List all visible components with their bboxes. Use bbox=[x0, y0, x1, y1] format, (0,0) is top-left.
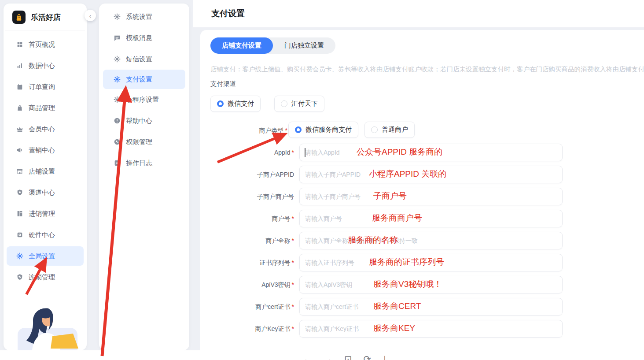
required-marker: * bbox=[292, 237, 294, 244]
submenu-item-template-messages[interactable]: 模板消息 bbox=[103, 27, 185, 48]
merchant-cert-input[interactable] bbox=[299, 298, 563, 315]
gear-icon bbox=[114, 76, 121, 83]
sidebar-item-channel-center[interactable]: 渠道中心 bbox=[7, 182, 84, 203]
submenu-item-system-settings[interactable]: 系统设置 bbox=[103, 6, 185, 27]
settings-submenu: 系统设置 模板消息 短信设置 支付设置 小程序设置 帮助中心 权限管理 操作日志 bbox=[99, 4, 189, 350]
viewer-toolbar: ← → ⊡ ⟳ ⤓ bbox=[303, 354, 387, 360]
sidebar-item-home-overview[interactable]: 首页概况 bbox=[7, 34, 84, 55]
megaphone-icon bbox=[16, 147, 23, 154]
chain-shield-icon bbox=[16, 274, 23, 281]
radio-unselected-icon bbox=[371, 126, 378, 133]
sidebar-item-member-center[interactable]: 会员中心 bbox=[7, 119, 84, 140]
primary-nav: 首页概况 数据中心 订单查询 商品管理 会员中心 营销中心 店铺设置 渠道中心 … bbox=[4, 30, 87, 288]
field-label-sub-merchant-id: 子商户商户号* bbox=[200, 188, 294, 205]
bag-icon bbox=[16, 104, 23, 111]
field-label-merchant-cert: 商户cert证书* bbox=[200, 298, 294, 315]
sidebar-collapse-button[interactable]: ‹ bbox=[85, 10, 96, 21]
field-label-apiv3-key: ApiV3密钥* bbox=[200, 276, 294, 293]
submenu-item-permission-management[interactable]: 权限管理 bbox=[103, 131, 185, 152]
apiv3-key-input[interactable] bbox=[299, 276, 563, 293]
help-icon bbox=[114, 117, 121, 124]
merchant-key-cert-input[interactable] bbox=[299, 320, 563, 338]
rotate-icon[interactable]: ⟳ bbox=[364, 354, 372, 360]
brand-logo bbox=[12, 11, 26, 24]
field-row-appid: 公众号APPID 服务商的 bbox=[299, 144, 563, 161]
merchant-full-name-input[interactable] bbox=[299, 232, 563, 249]
field-label-merchant-id: 商户号* bbox=[200, 210, 294, 227]
gear-icon bbox=[16, 252, 23, 260]
message-icon bbox=[114, 34, 121, 41]
sidebar-item-global-settings[interactable]: 全局设置 bbox=[7, 246, 84, 266]
submenu-item-miniprogram-settings[interactable]: 小程序设置 bbox=[103, 89, 185, 110]
required-marker: * bbox=[292, 215, 294, 222]
prev-arrow-icon[interactable]: ← bbox=[303, 354, 312, 360]
submenu-item-sms-settings[interactable]: 短信设置 bbox=[103, 48, 185, 70]
payment-channel-label: 支付渠道 bbox=[210, 80, 236, 88]
sub-merchant-id-input[interactable] bbox=[299, 188, 563, 205]
field-row-merchant-id: 服务商商户号 bbox=[299, 210, 563, 227]
store-icon bbox=[16, 168, 23, 175]
tab-store-payment-settings[interactable]: 店铺支付设置 bbox=[210, 37, 273, 54]
field-label-cert-serial-number: 证书序列号* bbox=[200, 254, 294, 271]
sidebar-item-order-query[interactable]: 订单查询 bbox=[7, 76, 84, 97]
tab-store-independent-settings[interactable]: 门店独立设置 bbox=[273, 37, 335, 54]
inventory-icon bbox=[16, 210, 23, 217]
bar-chart-icon bbox=[16, 62, 23, 69]
brand-header: 乐活好店 bbox=[4, 4, 87, 30]
submenu-item-help-center[interactable]: 帮助中心 bbox=[103, 110, 185, 131]
viewer-toolbar-strip: ← → ⊡ ⟳ ⤓ bbox=[0, 350, 644, 360]
shopping-bag-logo-icon bbox=[15, 13, 23, 22]
brand-name: 乐活好店 bbox=[31, 12, 61, 22]
page-title: 支付设置 bbox=[211, 8, 245, 19]
woman-laptop-illustration bbox=[8, 307, 86, 350]
order-calendar-icon bbox=[16, 83, 23, 90]
required-marker: * bbox=[292, 149, 294, 156]
sidebar-item-data-center[interactable]: 数据中心 bbox=[7, 55, 84, 76]
page-header: 支付设置 bbox=[193, 0, 644, 27]
channel-radio-wechat-pay[interactable]: 微信支付 bbox=[210, 96, 261, 112]
appid-input[interactable] bbox=[299, 144, 563, 161]
settings-nav: 系统设置 模板消息 短信设置 支付设置 小程序设置 帮助中心 权限管理 操作日志 bbox=[99, 4, 189, 174]
chevron-left-icon: ‹ bbox=[89, 12, 92, 19]
field-label-merchant-full-name: 商户全称* bbox=[200, 232, 294, 249]
sidebar-item-chain-management[interactable]: 连锁管理 bbox=[7, 267, 84, 288]
primary-sidebar: 乐活好店 首页概况 数据中心 订单查询 商品管理 会员中心 营销中心 店铺设置 … bbox=[4, 4, 87, 350]
cert-serial-number-input[interactable] bbox=[299, 254, 563, 271]
submenu-item-operation-log[interactable]: 操作日志 bbox=[103, 152, 185, 174]
sidebar-item-marketing-center[interactable]: 营销中心 bbox=[7, 140, 84, 161]
radio-unselected-icon bbox=[281, 100, 287, 107]
field-label-appid: AppId* bbox=[200, 144, 294, 161]
channel-radio-huifu-tianxia[interactable]: 汇付天下 bbox=[274, 96, 324, 112]
submenu-item-payment-settings[interactable]: 支付设置 bbox=[103, 70, 185, 89]
payment-tabs: 店铺支付设置 门店独立设置 bbox=[210, 37, 335, 54]
download-icon[interactable]: ⤓ bbox=[383, 354, 386, 360]
radio-selected-icon bbox=[295, 126, 302, 133]
merchant-type-radio-normal-merchant[interactable]: 普通商户 bbox=[364, 122, 415, 138]
sidebar-item-product-management[interactable]: 商品管理 bbox=[7, 97, 84, 119]
gear-icon bbox=[114, 13, 121, 20]
merchant-id-input[interactable] bbox=[299, 210, 563, 227]
merchant-type-radio-service-provider[interactable]: 微信服务商支付 bbox=[288, 122, 358, 138]
sidebar-item-hardware-center[interactable]: 硬件中心 bbox=[7, 224, 84, 245]
sidebar-item-purchase-sales[interactable]: 进销管理 bbox=[7, 203, 84, 224]
next-arrow-icon[interactable]: → bbox=[324, 354, 333, 360]
merchant-type-label: 商户类型* bbox=[194, 122, 287, 139]
field-row-sub-merchant-appid: 小程序APPID 关联的 bbox=[299, 166, 563, 183]
field-row-sub-merchant-id: 子商户号 bbox=[299, 188, 563, 205]
required-marker: * bbox=[292, 259, 294, 266]
sidebar-item-store-settings[interactable]: 店铺设置 bbox=[7, 161, 84, 182]
field-row-merchant-key-cert: 服务商KEY bbox=[299, 320, 563, 338]
radio-selected-icon bbox=[217, 100, 224, 107]
permission-key-icon bbox=[114, 138, 121, 145]
store-payment-description: 店铺支付：客户线上储值、购买付费会员卡、券包等收入将由店铺支付账户收款；若门店未… bbox=[210, 65, 644, 74]
payment-settings-card: 店铺支付设置 门店独立设置 店铺支付：客户线上储值、购买付费会员卡、券包等收入将… bbox=[200, 30, 644, 350]
sub-merchant-appid-input[interactable] bbox=[299, 166, 563, 183]
required-marker: * bbox=[285, 127, 287, 134]
save-icon[interactable]: ⊡ bbox=[344, 354, 352, 360]
hardware-icon bbox=[16, 231, 23, 238]
grid-icon bbox=[16, 41, 23, 48]
field-label-sub-merchant-appid: 子商户APPID* bbox=[200, 166, 294, 183]
field-row-cert-serial-number: 服务商的证书序列号 bbox=[299, 254, 563, 271]
required-marker: * bbox=[292, 281, 294, 288]
required-marker: * bbox=[292, 303, 294, 310]
